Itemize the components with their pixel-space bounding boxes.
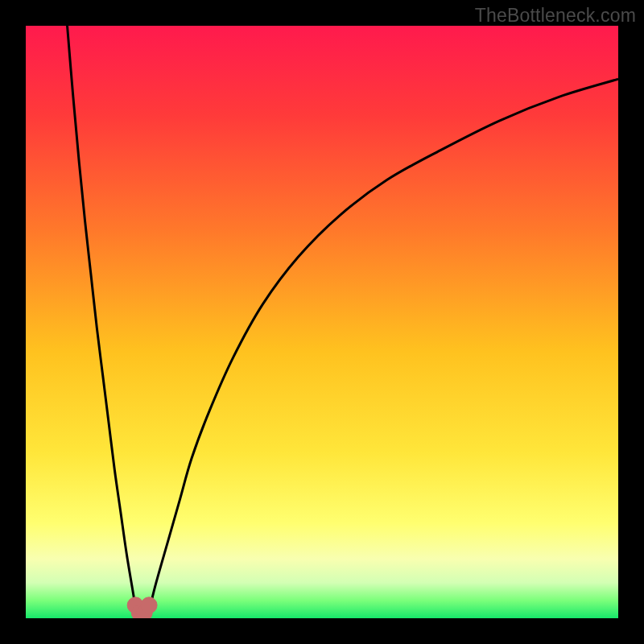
gradient-background	[26, 26, 618, 618]
chart-canvas	[26, 26, 618, 618]
watermark-text: TheBottleneck.com	[475, 5, 636, 27]
minimum-marker	[141, 597, 157, 613]
chart-frame: TheBottleneck.com	[0, 0, 644, 644]
plot-area	[26, 26, 618, 618]
